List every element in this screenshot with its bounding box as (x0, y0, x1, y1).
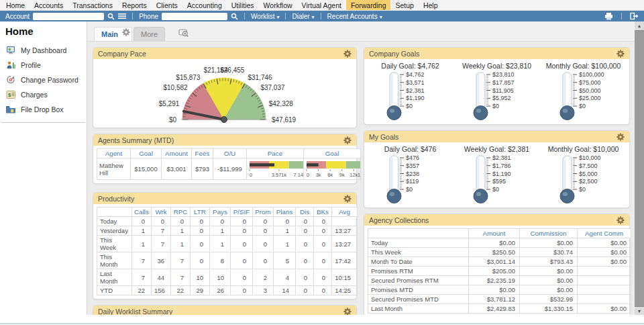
tab-more[interactable]: More (133, 27, 165, 41)
goal-label: Monthly Goal: $100,000 (540, 62, 627, 70)
tab-main[interactable]: Main (94, 27, 132, 41)
svg-text:$0: $0 (492, 186, 499, 193)
recent-accounts-dropdown[interactable]: Recent Accounts (327, 13, 382, 20)
menu-item-setup[interactable]: Setup (390, 0, 418, 10)
thermometer-chart: $2,381$1,786$1,190$595$0 (458, 198, 536, 206)
dashboard-icon (5, 46, 16, 55)
search-icon[interactable] (107, 13, 115, 20)
svg-text:12k: 12k (350, 172, 358, 178)
column-header: Commission (520, 229, 578, 238)
sidebar-item-label: Profile (21, 61, 41, 69)
dialer-dropdown[interactable]: Dialer (292, 13, 314, 20)
svg-text:$2,500: $2,500 (579, 178, 598, 185)
panel-title: Agency Collections (369, 216, 429, 224)
goal-label: Monthly Goal: $10,000 (540, 145, 627, 153)
account-input[interactable] (33, 13, 104, 20)
goal-label: Daily Goal: $4,762 (367, 62, 453, 70)
profile-icon (5, 60, 16, 70)
table-row: Month To Date$3,001.14$793.43$0.00 (368, 257, 631, 267)
panel-title: My Goals (369, 133, 398, 141)
list-icon[interactable] (118, 13, 126, 19)
table-row: Secured Promises RTM$2,235.19$0.00 (368, 276, 631, 285)
svg-text:$2,381: $2,381 (492, 154, 511, 161)
tab-label: Main (101, 30, 118, 38)
scroll-up-icon[interactable] (635, 21, 644, 30)
magnifier-plus-icon[interactable] (178, 28, 190, 38)
column-header: Avg (332, 207, 358, 217)
menu-item-clients[interactable]: Clients (152, 0, 182, 10)
svg-text:$42,328: $42,328 (269, 100, 294, 107)
menu-item-forwarding[interactable]: Forwarding (346, 0, 391, 10)
logout-icon[interactable] (630, 12, 639, 20)
menu-item-workflow[interactable]: Workflow (259, 0, 297, 10)
column-header: Agent (97, 149, 131, 158)
panel-company-goals: Company Goals Daily Goal: $4,762$4,762$3… (364, 47, 630, 125)
sidebar-item-file-drop-box[interactable]: File Drop Box (0, 102, 87, 117)
column-header: Prom (253, 207, 274, 217)
gear-icon[interactable] (122, 28, 130, 36)
svg-text:$17,857: $17,857 (492, 79, 515, 86)
sidebar: Home My Dashboard Profile Change Passwor… (0, 21, 87, 325)
chevron-down-icon (312, 13, 315, 20)
table-row: Yesterday171010010013:27 (97, 226, 358, 236)
column-header: Plans (274, 207, 296, 217)
goal-label: Weekly Goal: $2,381 (453, 145, 540, 153)
table-row: This Week$250.50$30.74$0.00 (368, 248, 631, 257)
svg-text:3k: 3k (316, 172, 321, 178)
productivity-table: CallsWrkRPCLTRPaysP/SIFPromPlansDisBKsAv… (97, 207, 358, 295)
panel-agency-collections: Agency Collections AmountCommissionAgent… (364, 214, 630, 318)
password-refresh-icon (5, 75, 16, 85)
thermometer-chart: $100,000$75,000$50,000$25,000$0 (545, 115, 623, 123)
svg-text:$3,571: $3,571 (406, 79, 425, 86)
svg-text:$: $ (8, 92, 11, 98)
svg-text:$1,786: $1,786 (492, 162, 511, 169)
table-row: This Week171010010013:27 (97, 236, 358, 252)
sidebar-item-label: File Drop Box (21, 105, 64, 113)
menu-item-utilities[interactable]: Utilities (227, 0, 259, 10)
menu-item-help[interactable]: Help (419, 0, 443, 10)
menu-item-virtual-agent[interactable]: Virtual Agent (297, 0, 346, 10)
menu-item-transactions[interactable]: Transactions (68, 0, 117, 10)
svg-text:6k: 6k (327, 172, 333, 178)
sidebar-item-profile[interactable]: Profile (0, 58, 87, 73)
phone-input[interactable] (162, 13, 227, 20)
scrollbar-thumb[interactable] (635, 30, 644, 307)
column-header: Goal (304, 149, 361, 158)
svg-text:$10,582: $10,582 (163, 84, 188, 91)
gear-icon[interactable] (616, 50, 625, 58)
menu-item-home[interactable]: Home (1, 0, 30, 10)
menu-item-accounting[interactable]: Accounting (182, 0, 227, 10)
gear-icon[interactable] (343, 308, 352, 316)
application-window: HomeAccountsTransactionsReportsClientsAc… (0, 0, 644, 325)
sidebar-item-charges[interactable]: $ Charges (0, 87, 87, 102)
svg-text:$2,381: $2,381 (406, 87, 425, 94)
gear-icon[interactable] (343, 50, 352, 58)
sidebar-item-my-dashboard[interactable]: My Dashboard (0, 43, 87, 58)
sidebar-item-change-password[interactable]: Change Password (0, 73, 87, 87)
thermometer-chart: $23,810$17,857$11,905$5,952$0 (458, 115, 536, 123)
menu-item-reports[interactable]: Reports (117, 0, 152, 10)
gear-icon[interactable] (343, 195, 352, 203)
gear-icon[interactable] (616, 133, 625, 141)
worklist-dropdown[interactable]: Worklist (251, 13, 279, 20)
panel-title: Daily Worklist Summary (98, 308, 172, 316)
thermometer-chart: $4,762$3,571$2,381$1,190$0 (372, 115, 449, 123)
print-icon[interactable] (604, 12, 613, 20)
vertical-scrollbar[interactable] (635, 21, 644, 316)
column-header: Amount (162, 149, 192, 158)
svg-text:0: 0 (250, 172, 252, 178)
account-label: Account (5, 13, 30, 20)
svg-text:$5,952: $5,952 (492, 95, 511, 101)
menu-item-accounts[interactable]: Accounts (30, 0, 68, 10)
gear-icon[interactable] (343, 136, 352, 144)
svg-text:$7,500: $7,500 (579, 162, 598, 169)
panel-company-pace: Company Pace $0$5,291$10,582$15,873$21,1… (93, 47, 357, 128)
goal-label: Daily Goal: $476 (367, 145, 453, 153)
toolbar-divider (321, 13, 321, 19)
column-header (97, 207, 132, 217)
column-header: LTR (191, 207, 210, 217)
gear-icon[interactable] (616, 216, 625, 224)
svg-text:$25,000: $25,000 (579, 95, 601, 101)
table-row: Last Month744710100240010:15 (97, 269, 358, 286)
search-icon[interactable] (231, 13, 238, 20)
